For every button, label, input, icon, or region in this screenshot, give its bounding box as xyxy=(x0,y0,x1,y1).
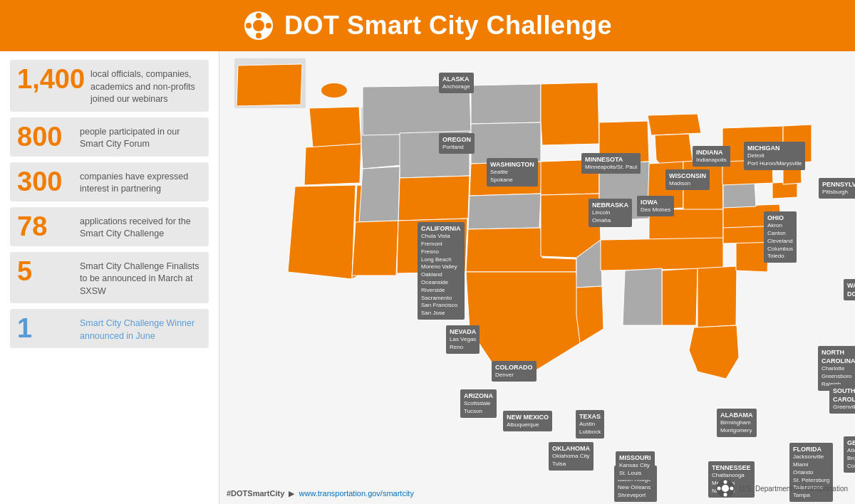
oregon-state xyxy=(304,144,361,185)
hawaii-state xyxy=(321,83,347,98)
dot-footer-logo: U.S. Department of Transportation xyxy=(715,478,848,498)
app: DOT Smart City Challenge 1,400 local off… xyxy=(0,0,855,504)
dot-footer-icon xyxy=(715,478,735,498)
georgia-state xyxy=(698,266,737,327)
body: 1,400 local officials, companies, academ… xyxy=(0,51,855,504)
stat-800-desc: people participated in our Smart City Fo… xyxy=(80,123,202,151)
stat-5-number: 5 xyxy=(17,258,74,285)
stat-1400-number: 1,400 xyxy=(17,65,85,93)
stat-300: 300 companies have expressed interest in… xyxy=(10,162,209,201)
stat-78-desc: applications received for the Smart City… xyxy=(80,213,202,241)
newyork-state xyxy=(722,126,783,162)
stat-300-number: 300 xyxy=(17,168,74,195)
stat-5-desc: Smart City Challenge Finalists to be ann… xyxy=(80,258,202,298)
svg-point-2 xyxy=(256,13,261,19)
map-area: ALASKA Anchorage OREGON Portland WASHING… xyxy=(219,51,855,504)
stat-78-number: 78 xyxy=(17,213,74,240)
kansas-state xyxy=(468,194,541,229)
michigan-up xyxy=(648,114,701,135)
svg-point-8 xyxy=(722,485,729,492)
stat-1400: 1,400 local officials, companies, academ… xyxy=(10,60,209,112)
ohio-state xyxy=(683,159,723,211)
left-panel: 1,400 local officials, companies, academ… xyxy=(0,51,219,504)
stat-800: 800 people participated in our Smart Cit… xyxy=(10,117,209,157)
page-title: DOT Smart City Challenge xyxy=(284,11,612,41)
illinois-state xyxy=(599,162,650,221)
dept-name: U.S. Department of Transportation xyxy=(740,485,848,493)
dc-dot xyxy=(779,187,787,194)
northdakota-state xyxy=(471,84,541,124)
svg-point-4 xyxy=(246,23,252,28)
arizona-state xyxy=(352,221,398,275)
newmexico-state xyxy=(397,219,467,273)
stat-78: 78 applications received for the Smart C… xyxy=(10,207,209,246)
svg-point-5 xyxy=(266,23,271,28)
stat-1-desc: Smart City Challenge Winner announced in… xyxy=(80,315,202,342)
utah-state xyxy=(359,167,400,222)
dot-logo-icon xyxy=(243,10,274,41)
svg-point-3 xyxy=(256,33,261,38)
montana-state xyxy=(363,85,471,135)
header: DOT Smart City Challenge xyxy=(0,0,855,51)
indiana-state xyxy=(648,162,683,209)
svg-point-10 xyxy=(723,493,727,496)
wisconsin-state xyxy=(599,121,649,164)
minnesota-state xyxy=(541,83,599,145)
alabama-state xyxy=(662,268,698,325)
stat-300-desc: companies have expressed interest in par… xyxy=(80,168,202,196)
iowa-state xyxy=(541,159,599,195)
svg-point-1 xyxy=(253,20,264,31)
stat-5: 5 Smart City Challenge Finalists to be a… xyxy=(10,252,209,304)
alaska-state xyxy=(237,64,302,106)
southdakota-state xyxy=(471,122,541,164)
stat-1-number: 1 xyxy=(17,315,74,342)
svg-point-11 xyxy=(717,486,720,490)
wyoming-state xyxy=(400,131,470,178)
us-map xyxy=(219,51,855,504)
stat-1400-desc: local officials, companies, academics an… xyxy=(90,65,202,106)
svg-point-12 xyxy=(730,486,733,490)
southcarolina-state xyxy=(736,240,769,272)
mississippi-state xyxy=(623,268,662,325)
svg-point-9 xyxy=(723,481,727,484)
hashtag: #DOTSmartCity xyxy=(227,489,284,498)
newengland-states xyxy=(783,125,812,164)
washington-state xyxy=(309,107,361,147)
nebraska-state xyxy=(470,162,542,196)
tennessee-state xyxy=(601,238,723,271)
stat-800-number: 800 xyxy=(17,123,74,150)
stat-1: 1 Smart City Challenge Winner announced … xyxy=(10,309,209,348)
map-footer: #DOTSmartCity ▶ www.transportation.gov/s… xyxy=(227,489,414,498)
website-link[interactable]: www.transportation.gov/smartcity xyxy=(299,489,414,498)
colorado-state xyxy=(398,176,470,221)
california-state xyxy=(288,185,356,279)
